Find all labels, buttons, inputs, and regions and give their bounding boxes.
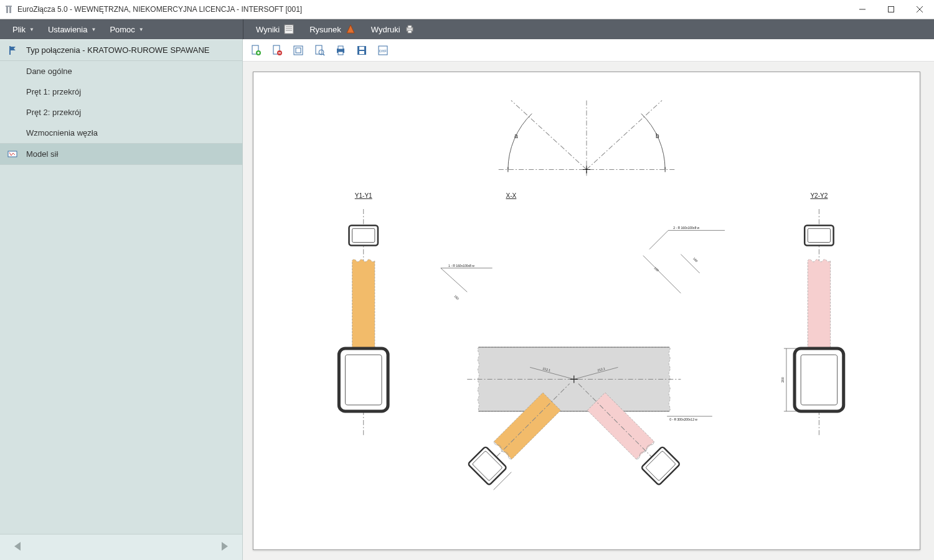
- svg-rect-7: [285, 25, 293, 34]
- label-y1y1: Y1-Y1: [355, 192, 372, 199]
- svg-rect-60: [795, 348, 844, 411]
- svg-rect-36: [338, 52, 343, 55]
- dxf-export-icon[interactable]: DXF: [376, 44, 390, 57]
- tree-header-typ[interactable]: Typ połączenia - KRATOWO-RUROWE SPAWANE: [0, 39, 242, 61]
- drawing-canvas[interactable]: a b Y1-Y1 X-X Y2-Y2: [253, 72, 920, 550]
- workspace: Typ połączenia - KRATOWO-RUROWE SPAWANE …: [0, 39, 934, 560]
- save-icon[interactable]: [355, 44, 369, 57]
- new-page-minus-icon[interactable]: [270, 44, 284, 57]
- angle-diagram: a b: [499, 100, 675, 177]
- svg-line-86: [649, 230, 668, 249]
- close-button[interactable]: [905, 0, 934, 19]
- svg-line-87: [643, 256, 681, 294]
- svg-text:160: 160: [453, 294, 460, 301]
- svg-line-82: [441, 268, 467, 292]
- section-xx: 1 - R 160x100x8 w 160 2 - R 160x100x8 w …: [441, 226, 725, 490]
- chevron-down-icon: ▼: [139, 27, 144, 32]
- menu-right: Wyniki Rysunek Wydruki: [243, 19, 934, 39]
- window-controls: [848, 0, 934, 19]
- menu-bar: Plik▼ Ustawienia▼ Pomoc▼ Wyniki Rysunek …: [0, 19, 934, 39]
- svg-text:a: a: [514, 133, 518, 139]
- menu-pomoc[interactable]: Pomoc▼: [105, 21, 148, 38]
- left-panel: Typ połączenia - KRATOWO-RUROWE SPAWANE …: [0, 39, 243, 560]
- svg-rect-38: [359, 47, 364, 50]
- svg-text:b: b: [656, 133, 659, 139]
- svg-rect-1: [6, 7, 8, 13]
- svg-marker-21: [222, 542, 228, 551]
- results-icon: [283, 24, 295, 35]
- window-titlebar: EuroZłącza 5.0 - WEWNĘTRZNA, NIEKOMERCYJ…: [0, 0, 934, 19]
- drawing-svg: a b Y1-Y1 X-X Y2-Y2: [253, 72, 920, 549]
- tree-item-wzmocnienia[interactable]: Wzmocnienia węzła: [0, 123, 242, 143]
- svg-text:200: 200: [781, 377, 785, 383]
- menu-wydruki[interactable]: Wydruki: [366, 20, 420, 39]
- tree-item-dane-ogolne[interactable]: Dane ogólne: [0, 61, 242, 82]
- tree-item-model-sil[interactable]: Model sił: [0, 143, 242, 165]
- chevron-down-icon: ▼: [29, 27, 34, 32]
- svg-rect-35: [338, 46, 343, 49]
- svg-rect-14: [408, 30, 412, 33]
- nav-prev-icon[interactable]: [11, 539, 25, 555]
- nav-next-icon[interactable]: [217, 539, 231, 555]
- maximize-button[interactable]: [877, 0, 905, 19]
- tree-item-pret1[interactable]: Pręt 1: przekrój: [0, 82, 242, 102]
- print-icon: [404, 24, 415, 35]
- svg-text:160: 160: [692, 256, 699, 263]
- svg-rect-30: [296, 48, 301, 53]
- tree-model-label: Model sił: [26, 149, 58, 159]
- menu-ustawienia[interactable]: Ustawienia▼: [43, 21, 101, 38]
- page-zoom-icon[interactable]: [313, 44, 326, 57]
- svg-rect-0: [6, 6, 12, 7]
- menu-rysunek[interactable]: Rysunek: [304, 20, 361, 39]
- svg-rect-39: [359, 51, 364, 54]
- svg-rect-13: [408, 26, 412, 28]
- window-title: EuroZłącza 5.0 - WEWNĘTRZNA, NIEKOMERCYJ…: [17, 5, 302, 14]
- page-fit-icon[interactable]: [291, 44, 305, 57]
- section-y2y2: 200: [781, 209, 844, 436]
- svg-text:1 - R 160x100x8 w: 1 - R 160x100x8 w: [448, 264, 474, 268]
- right-panel: DXF: [243, 39, 934, 560]
- label-y2y2: Y2-Y2: [810, 192, 828, 199]
- svg-rect-4: [889, 7, 894, 12]
- svg-line-45: [587, 100, 662, 169]
- nav-footer: [0, 534, 242, 560]
- minimize-button[interactable]: [848, 0, 877, 19]
- svg-text:2 - R 160x100x8 w: 2 - R 160x100x8 w: [673, 226, 699, 230]
- drawing-toolbar: DXF: [243, 39, 934, 62]
- svg-line-44: [511, 100, 587, 169]
- section-y1y1: [339, 209, 388, 436]
- svg-line-89: [681, 254, 699, 273]
- svg-marker-11: [347, 25, 354, 33]
- drawing-icon: [345, 24, 356, 35]
- menu-wyniki[interactable]: Wyniki: [251, 20, 300, 39]
- svg-marker-20: [14, 542, 21, 551]
- svg-rect-55: [339, 348, 388, 411]
- svg-text:0 - R 300x200x12 w: 0 - R 300x200x12 w: [669, 418, 697, 421]
- label-xx: X-X: [506, 192, 516, 199]
- menu-plik[interactable]: Plik▼: [7, 21, 39, 38]
- chevron-down-icon: ▼: [91, 27, 96, 32]
- svg-text:DXF: DXF: [379, 49, 387, 53]
- menu-left: Plik▼ Ustawienia▼ Pomoc▼: [0, 19, 243, 39]
- tree-item-pret2[interactable]: Pręt 2: przekrój: [0, 102, 242, 123]
- tree-header-label: Typ połączenia - KRATOWO-RUROWE SPAWANE: [26, 45, 209, 55]
- new-page-plus-icon[interactable]: [249, 44, 263, 57]
- drawing-canvas-wrap: a b Y1-Y1 X-X Y2-Y2: [243, 62, 934, 560]
- model-icon: [7, 149, 19, 160]
- svg-line-33: [323, 54, 324, 55]
- flag-icon: [7, 45, 19, 56]
- svg-rect-29: [294, 46, 303, 55]
- app-icon: [4, 4, 14, 14]
- svg-rect-2: [9, 7, 11, 13]
- print-icon[interactable]: [334, 44, 347, 57]
